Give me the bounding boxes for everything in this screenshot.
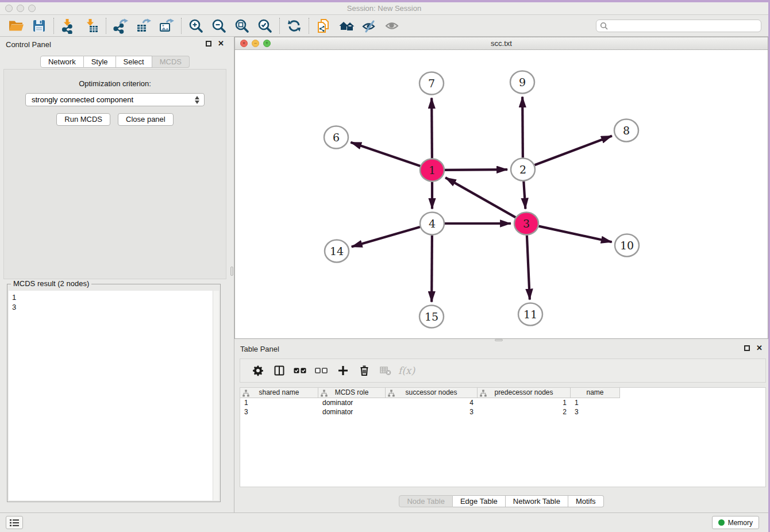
criterion-value: strongly connected component xyxy=(32,95,133,104)
tab-network-table[interactable]: Network Table xyxy=(506,495,568,507)
graph-node[interactable]: 10 xyxy=(615,234,639,257)
column-header[interactable]: shared name xyxy=(240,388,318,398)
deselect-all-icon[interactable] xyxy=(311,362,332,379)
graph-edge[interactable] xyxy=(352,227,420,246)
search-input[interactable] xyxy=(608,21,761,31)
network-zoom-button[interactable]: + xyxy=(263,40,271,47)
graph-node[interactable]: 3 xyxy=(514,213,538,235)
zoom-fit-icon[interactable] xyxy=(230,16,253,36)
zoom-in-icon[interactable] xyxy=(184,16,207,36)
node-table: shared nameMCDS rolesuccessor nodesprede… xyxy=(240,387,766,487)
table-cell: 1 xyxy=(240,398,318,407)
memory-button[interactable]: Memory xyxy=(712,516,759,529)
graph-edge[interactable] xyxy=(527,235,530,299)
graph-edge[interactable] xyxy=(432,235,432,302)
show-hidden-icon[interactable] xyxy=(381,16,404,36)
hide-selected-icon[interactable] xyxy=(358,16,381,36)
close-panel-icon[interactable]: ✕ xyxy=(756,345,763,352)
float-panel-icon[interactable] xyxy=(206,41,211,47)
network-minimize-button[interactable]: − xyxy=(252,40,259,47)
tab-select[interactable]: Select xyxy=(116,56,152,68)
float-panel-icon[interactable] xyxy=(744,345,750,351)
graph-node[interactable]: 1 xyxy=(420,159,444,182)
tab-motifs[interactable]: Motifs xyxy=(568,495,604,507)
clone-network-icon[interactable] xyxy=(312,16,335,36)
add-column-icon[interactable] xyxy=(332,362,353,379)
control-panel-title: Control Panel xyxy=(6,40,51,49)
graph-edge[interactable] xyxy=(523,181,525,209)
tab-style[interactable]: Style xyxy=(84,56,116,68)
task-history-button[interactable] xyxy=(6,516,23,529)
minimize-window-button[interactable] xyxy=(17,5,24,12)
close-panel-button[interactable]: Close panel xyxy=(118,113,174,126)
export-network-icon[interactable] xyxy=(109,16,132,36)
export-image-icon[interactable] xyxy=(155,16,178,36)
graph-edge[interactable] xyxy=(445,169,507,170)
graph-node[interactable]: 14 xyxy=(325,240,349,263)
table-cell: 3 xyxy=(386,407,478,417)
network-window-titlebar: × − + scc.txt xyxy=(235,37,768,50)
tab-network[interactable]: Network xyxy=(40,56,84,68)
tab-mcds[interactable]: MCDS xyxy=(152,56,190,68)
graph-edge[interactable] xyxy=(432,98,432,158)
network-canvas[interactable]: 7968124314101511 xyxy=(235,50,768,338)
graph-edge[interactable] xyxy=(445,178,515,217)
open-file-icon[interactable] xyxy=(5,16,28,36)
refresh-icon[interactable] xyxy=(283,16,306,36)
graph-node[interactable]: 11 xyxy=(518,303,542,326)
splitter-handle[interactable] xyxy=(230,267,233,276)
run-mcds-button[interactable]: Run MCDS xyxy=(56,113,110,126)
mcds-result-title: MCDS result (2 nodes) xyxy=(11,279,91,288)
zoom-out-icon[interactable] xyxy=(207,16,230,36)
show-all-panels-icon[interactable] xyxy=(335,16,358,36)
import-network-icon[interactable] xyxy=(57,16,80,36)
graph-node[interactable]: 4 xyxy=(420,213,444,235)
column-header[interactable]: name xyxy=(571,388,620,398)
column-header[interactable]: successor nodes xyxy=(386,388,478,398)
table-toolbar: f(x) xyxy=(240,358,766,383)
delete-column-icon[interactable] xyxy=(353,362,375,379)
graph-node[interactable]: 7 xyxy=(419,72,444,95)
mcds-result-text[interactable]: 13 xyxy=(9,291,219,500)
table-row[interactable]: 1dominator411 xyxy=(240,398,765,407)
vertical-splitter[interactable] xyxy=(230,37,234,512)
control-panel-tabs: Network Style Select MCDS xyxy=(0,56,230,68)
graph-edge[interactable] xyxy=(351,142,420,166)
graph-node-label: 2 xyxy=(519,163,526,176)
table-settings-icon[interactable] xyxy=(247,362,268,379)
graph-node[interactable]: 6 xyxy=(324,126,348,149)
graph-node[interactable]: 8 xyxy=(614,119,638,142)
network-view-window: × − + scc.txt 7968124314101511 xyxy=(234,37,768,339)
network-close-button[interactable]: × xyxy=(240,40,248,47)
search-field[interactable] xyxy=(596,20,761,32)
export-table-icon[interactable] xyxy=(132,16,155,36)
graph-node-label: 15 xyxy=(425,310,438,323)
graph-edge[interactable] xyxy=(534,136,612,165)
save-session-icon[interactable] xyxy=(28,16,51,36)
apply-function-icon[interactable]: f(x) xyxy=(396,362,417,379)
close-panel-icon[interactable]: ✕ xyxy=(218,40,224,47)
column-header[interactable]: predecessor nodes xyxy=(478,388,571,398)
graph-edge[interactable] xyxy=(538,226,611,242)
close-window-button[interactable] xyxy=(5,5,13,12)
graph-node[interactable]: 15 xyxy=(419,306,444,328)
desktop: { "app": { "window_title": "Session: New… xyxy=(0,0,770,532)
delete-table-icon[interactable] xyxy=(375,362,396,379)
tab-node-table[interactable]: Node Table xyxy=(399,495,453,507)
result-scrollbar[interactable] xyxy=(213,291,219,500)
select-all-icon[interactable] xyxy=(290,362,311,379)
zoom-window-button[interactable] xyxy=(28,5,36,12)
graph-node[interactable]: 9 xyxy=(510,71,534,94)
criterion-select[interactable]: strongly connected component xyxy=(25,93,205,106)
status-bar: Memory xyxy=(0,512,768,532)
import-table-icon[interactable] xyxy=(80,16,103,36)
graph-node[interactable]: 2 xyxy=(511,159,535,181)
zoom-selected-icon[interactable] xyxy=(253,16,276,36)
tab-edge-table[interactable]: Edge Table xyxy=(453,495,506,507)
column-header-label: successor nodes xyxy=(405,388,457,396)
column-header[interactable]: MCDS role xyxy=(318,388,386,398)
graph-node-label: 8 xyxy=(623,124,630,137)
table-row[interactable]: 3dominator323 xyxy=(240,407,765,417)
show-column-icon[interactable] xyxy=(268,362,290,379)
graph-edge[interactable] xyxy=(522,97,523,157)
